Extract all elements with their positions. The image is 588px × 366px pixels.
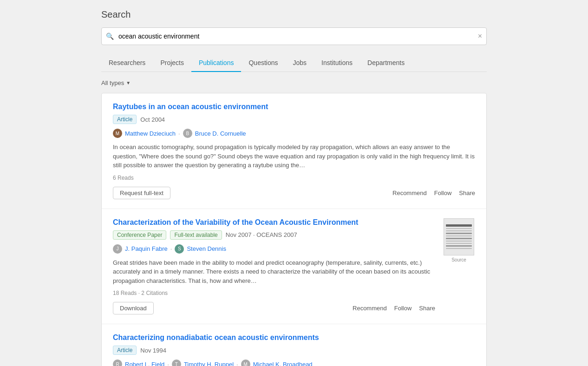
result-item: Characterizing nonadiabatic ocean acoust… bbox=[102, 324, 486, 366]
share-button[interactable]: Share bbox=[419, 305, 435, 312]
badges-row: Article Oct 2004 bbox=[113, 115, 475, 124]
tab-jobs[interactable]: Jobs bbox=[286, 54, 314, 72]
primary-actions: Request full-text bbox=[113, 187, 170, 199]
avatar: R bbox=[113, 359, 122, 366]
actions-row: Request full-text Recommend Follow Share bbox=[113, 187, 475, 199]
result-date: Nov 2007 · OCEANS 2007 bbox=[226, 231, 297, 238]
all-types-filter[interactable]: All types ▼ bbox=[101, 79, 131, 86]
results-list: Raytubes in an ocean acoustic environmen… bbox=[101, 93, 487, 366]
result-date: Nov 1994 bbox=[140, 347, 166, 354]
stats-row: 18 Reads · 2 Citations bbox=[113, 290, 435, 296]
tabs-navigation: Researchers Projects Publications Questi… bbox=[101, 54, 487, 72]
follow-button[interactable]: Follow bbox=[394, 305, 412, 312]
actions-row: Download Recommend Follow Share bbox=[113, 302, 435, 314]
download-button[interactable]: Download bbox=[113, 302, 154, 314]
search-icon: 🔍 bbox=[106, 33, 114, 40]
tab-questions[interactable]: Questions bbox=[241, 54, 285, 72]
tab-institutions[interactable]: Institutions bbox=[314, 54, 360, 72]
avatar: S bbox=[175, 244, 184, 254]
recommend-button[interactable]: Recommend bbox=[353, 305, 387, 312]
result-title[interactable]: Characterization of the Variability of t… bbox=[113, 218, 435, 227]
share-button[interactable]: Share bbox=[459, 190, 475, 196]
filter-label: All types bbox=[101, 79, 124, 86]
result-with-thumb: Characterization of the Variability of t… bbox=[113, 218, 475, 315]
authors-row: J J. Paquin Fabre · S Steven Dennis bbox=[113, 244, 435, 254]
avatar: M bbox=[113, 129, 122, 138]
result-title[interactable]: Characterizing nonadiabatic ocean acoust… bbox=[113, 333, 475, 342]
fulltext-badge: Full-text available bbox=[170, 230, 222, 240]
badges-row: Article Nov 1994 bbox=[113, 346, 475, 355]
result-item: Characterization of the Variability of t… bbox=[102, 209, 486, 325]
tab-departments[interactable]: Departments bbox=[360, 54, 412, 72]
result-item: Raytubes in an ocean acoustic environmen… bbox=[102, 93, 486, 209]
badges-row: Conference Paper Full-text available Nov… bbox=[113, 230, 435, 240]
secondary-actions: Recommend Follow Share bbox=[392, 190, 475, 196]
search-bar-container: 🔍 × bbox=[101, 27, 487, 45]
result-main: Characterization of the Variability of t… bbox=[113, 218, 435, 315]
type-badge: Conference Paper bbox=[113, 230, 166, 240]
authors-row: R Robert L. Field · T Timothy H. Ruppel … bbox=[113, 359, 475, 366]
result-date: Oct 2004 bbox=[140, 116, 165, 123]
tab-projects[interactable]: Projects bbox=[153, 54, 191, 72]
avatar: B bbox=[183, 129, 192, 138]
tab-researchers[interactable]: Researchers bbox=[101, 54, 153, 72]
thumbnail-image bbox=[444, 218, 474, 255]
author-link[interactable]: Robert L. Field bbox=[125, 361, 164, 366]
author-link[interactable]: J. Paquin Fabre bbox=[125, 245, 168, 252]
avatar: J bbox=[113, 244, 122, 254]
author-link[interactable]: Matthew Dzieciuch bbox=[125, 130, 176, 137]
type-badge: Article bbox=[113, 346, 137, 355]
filter-row: All types ▼ bbox=[101, 79, 487, 86]
avatar: M bbox=[241, 359, 250, 366]
stats-row: 6 Reads bbox=[113, 175, 475, 181]
author-link[interactable]: Timothy H. Ruppel bbox=[184, 361, 234, 366]
author-link[interactable]: Michael K. Broadhead bbox=[253, 361, 313, 366]
author-link[interactable]: Steven Dennis bbox=[187, 245, 226, 252]
avatar: T bbox=[172, 359, 181, 366]
result-thumbnail[interactable]: Source bbox=[443, 218, 475, 315]
authors-row: M Matthew Dzieciuch · B Bruce D. Cornuel… bbox=[113, 129, 475, 138]
tab-publications[interactable]: Publications bbox=[191, 54, 242, 72]
author-link[interactable]: Bruce D. Cornuelle bbox=[195, 130, 246, 137]
chevron-down-icon: ▼ bbox=[126, 80, 131, 85]
search-input[interactable] bbox=[101, 27, 487, 45]
abstract-text: In ocean acoustic tomography, sound prop… bbox=[113, 143, 475, 170]
thumbnail-source-label: Source bbox=[451, 257, 466, 262]
result-title[interactable]: Raytubes in an ocean acoustic environmen… bbox=[113, 103, 475, 111]
abstract-text: Great strides have been made in the abil… bbox=[113, 258, 435, 286]
request-fulltext-button[interactable]: Request full-text bbox=[113, 187, 170, 199]
follow-button[interactable]: Follow bbox=[434, 190, 452, 196]
recommend-button[interactable]: Recommend bbox=[392, 190, 427, 196]
clear-search-button[interactable]: × bbox=[478, 32, 482, 40]
secondary-actions: Recommend Follow Share bbox=[353, 305, 435, 312]
page-title: Search bbox=[101, 9, 487, 20]
primary-actions: Download bbox=[113, 302, 154, 314]
type-badge: Article bbox=[113, 115, 137, 124]
